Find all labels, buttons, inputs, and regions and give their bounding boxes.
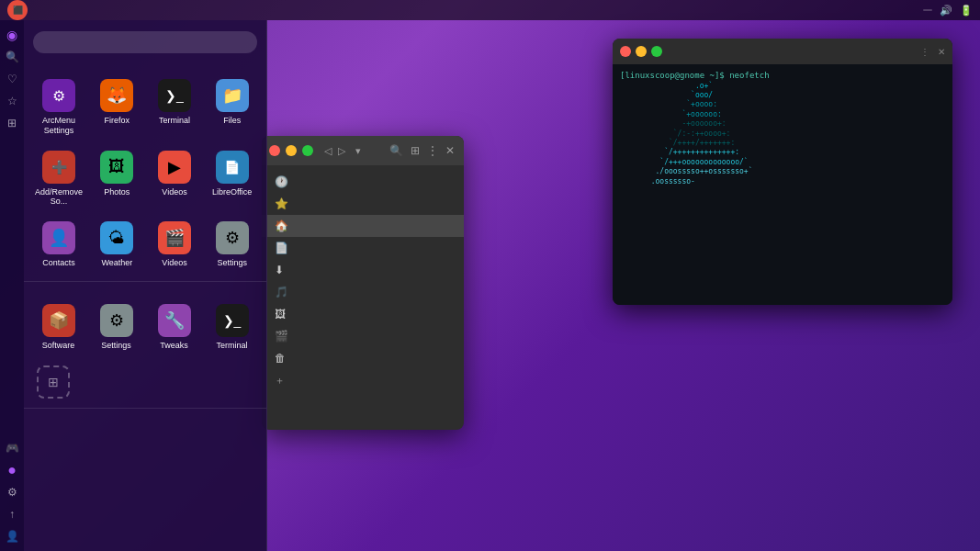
app-libreoffice[interactable]: 📄 LibreOffice	[205, 145, 259, 213]
fm-forward[interactable]: ▷	[338, 145, 345, 156]
app-contacts[interactable]: 👤 Contacts	[31, 216, 86, 274]
topbar: ⬛ 🔊 🔋	[0, 0, 980, 20]
app-terminal[interactable]: ❯_ Terminal	[148, 73, 202, 141]
settings-label: Settings	[217, 258, 247, 268]
dock-arcmenu[interactable]: ◉	[3, 26, 21, 44]
minimize-button[interactable]	[286, 145, 297, 156]
maximize-button[interactable]	[302, 145, 313, 156]
ascii-line-8: `/++++++++++++++:	[620, 148, 753, 157]
arcmenu-settings-label: ArcMenu Settings	[35, 116, 83, 136]
fm-search-btn[interactable]: 🔍	[388, 142, 405, 159]
activities-overview[interactable]: ⊞	[24, 360, 266, 404]
ascii-line-3: `+oooo:	[620, 100, 753, 109]
recent-icon: 🕐	[275, 175, 288, 188]
activities-button[interactable]: ⬛	[7, 0, 28, 20]
app-settings[interactable]: ⚙ Settings	[205, 216, 259, 274]
dock-gamepad[interactable]: 🎮	[3, 439, 21, 457]
fm-downloads[interactable]: ⬇	[262, 259, 464, 281]
shortcut-settings[interactable]: ⚙ Settings	[89, 298, 143, 356]
home-icon: 🏠	[275, 219, 288, 232]
terminal-label: Terminal	[159, 116, 190, 126]
shortcuts-grid: 📦 Software ⚙ Settings 🔧 Tweaks ❯_ Termin…	[24, 295, 266, 360]
topbar-right: 🔊 🔋	[923, 5, 973, 17]
time-new-york	[250, 425, 253, 435]
dock-star[interactable]: ☆	[3, 92, 21, 110]
videos-label: Videos	[162, 187, 186, 197]
arcmenu-settings-icon: ⚙	[42, 79, 75, 112]
tweaks-icon: 🔧	[158, 304, 191, 337]
dock-circle-active[interactable]: ●	[3, 461, 21, 479]
fm-more-btn[interactable]: ⋮	[425, 142, 440, 159]
search-bar[interactable]	[24, 20, 266, 61]
dock-upload[interactable]: ↑	[3, 505, 21, 523]
app-videos[interactable]: ▶ Videos	[148, 145, 202, 213]
time-singapore	[250, 439, 253, 449]
fm-videos[interactable]: 🎬	[262, 325, 464, 347]
fm-close-btn[interactable]: ✕	[444, 142, 456, 159]
shortcuts-title	[24, 286, 266, 295]
volume-icon[interactable]: 🔊	[940, 5, 952, 17]
weather-section	[24, 455, 266, 469]
fm-pictures[interactable]: 🖼	[262, 303, 464, 325]
app-arcmenu-settings[interactable]: ⚙ ArcMenu Settings	[31, 73, 86, 141]
files-label: Files	[223, 116, 241, 126]
dock-user[interactable]: 👤	[3, 527, 21, 545]
shortcut-software[interactable]: 📦 Software	[31, 298, 85, 356]
photos-label: Photos	[104, 187, 130, 197]
ascii-line-1: .o+`	[620, 82, 753, 91]
ascii-line-10: ./ooosssso++osssssso+`	[620, 167, 753, 176]
topbar-left: ⬛	[7, 0, 28, 20]
dock-settings[interactable]: ⚙	[3, 483, 21, 501]
term-close-btn[interactable]	[620, 46, 631, 57]
shortcut-tweaks[interactable]: 🔧 Tweaks	[147, 298, 201, 356]
term-max-btn[interactable]	[651, 46, 662, 57]
activities-icon: ⊞	[37, 365, 70, 399]
fm-starred[interactable]: ⭐	[262, 193, 464, 215]
settings-icon: ⚙	[216, 221, 249, 254]
ascii-line-4: `+oooooo:	[620, 110, 753, 119]
search-input[interactable]	[33, 31, 257, 53]
contacts-icon: 👤	[42, 221, 75, 254]
app-videos2[interactable]: 🎬 Videos	[148, 216, 202, 274]
add-remove-label: Add/Remove So...	[35, 187, 83, 208]
firefox-label: Firefox	[105, 116, 130, 126]
app-weather[interactable]: 🌤 Weather	[90, 216, 144, 274]
clock-new-york	[37, 423, 253, 437]
tweaks-label: Tweaks	[160, 341, 188, 351]
fm-trash[interactable]: 🗑	[262, 347, 464, 369]
dock-search[interactable]: 🔍	[3, 48, 21, 66]
music-icon: 🎵	[275, 286, 288, 298]
app-menu: ⚙ ArcMenu Settings 🦊 Firefox ❯_ Terminal…	[24, 20, 267, 551]
ascii-line-9: `/+++ooooooooooooo/`	[620, 158, 753, 167]
fm-documents[interactable]: 📄	[262, 237, 464, 259]
fm-home[interactable]: 🏠	[262, 215, 464, 237]
dock-heart[interactable]: ♡	[3, 70, 21, 88]
fm-recent[interactable]: 🕐	[262, 171, 464, 193]
battery-icon[interactable]: 🔋	[960, 5, 973, 17]
app-files[interactable]: 📁 Files	[205, 73, 259, 141]
fm-other-locations[interactable]: ＋	[262, 369, 464, 392]
close-button[interactable]	[269, 145, 280, 156]
pictures-icon: 🖼	[275, 308, 286, 320]
shortcut-terminal[interactable]: ❯_ Terminal	[205, 298, 259, 356]
shortcut-terminal-label: Terminal	[216, 341, 247, 351]
videos2-label: Videos	[162, 258, 186, 268]
app-firefox[interactable]: 🦊 Firefox	[90, 73, 144, 141]
files-icon: 📁	[216, 79, 249, 112]
videos2-icon: 🎬	[158, 221, 191, 254]
ascii-line-6: `/:-:++oooo+:	[620, 129, 753, 139]
weather-label: Weather	[101, 258, 132, 268]
term-menu-btn[interactable]: ⋮	[920, 47, 929, 57]
term-minimize-x[interactable]: ✕	[938, 47, 945, 57]
app-add-remove[interactable]: ➕ Add/Remove So...	[31, 145, 86, 213]
dock-grid[interactable]: ⊞	[3, 114, 21, 132]
fm-music[interactable]: 🎵	[262, 281, 464, 303]
fm-view-btn[interactable]: ⊞	[409, 142, 422, 159]
fm-back[interactable]: ◁	[324, 145, 332, 156]
app-photos[interactable]: 🖼 Photos	[90, 145, 144, 213]
firefox-icon: 🦊	[100, 79, 133, 112]
term-min-btn[interactable]	[636, 46, 647, 57]
starred-icon: ⭐	[275, 197, 288, 210]
downloads-icon: ⬇	[275, 264, 284, 276]
pinned-apps-title	[24, 61, 266, 70]
